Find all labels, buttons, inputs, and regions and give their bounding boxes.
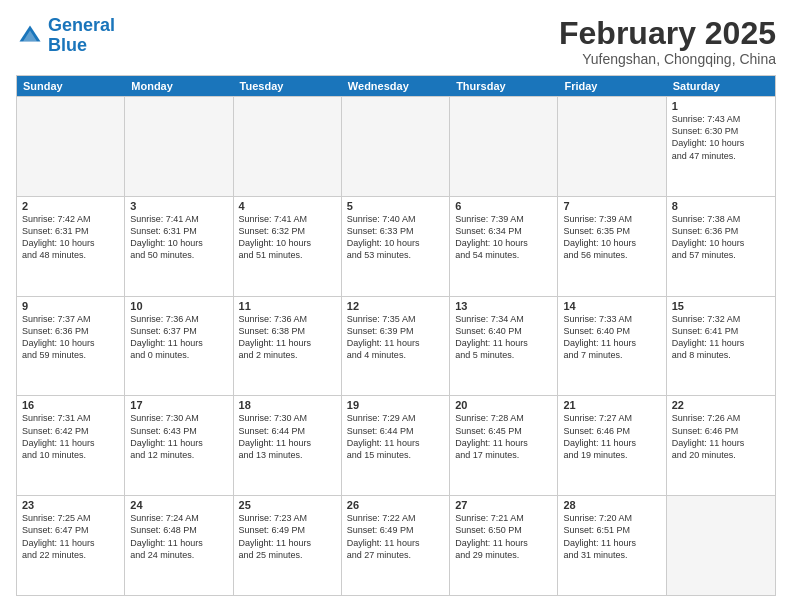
calendar-cell: 19Sunrise: 7:29 AM Sunset: 6:44 PM Dayli… <box>342 396 450 495</box>
calendar-cell: 15Sunrise: 7:32 AM Sunset: 6:41 PM Dayli… <box>667 297 775 396</box>
day-number: 20 <box>455 399 552 411</box>
day-number: 12 <box>347 300 444 312</box>
cell-info: Sunrise: 7:33 AM Sunset: 6:40 PM Dayligh… <box>563 313 660 362</box>
cell-info: Sunrise: 7:20 AM Sunset: 6:51 PM Dayligh… <box>563 512 660 561</box>
calendar-cell: 28Sunrise: 7:20 AM Sunset: 6:51 PM Dayli… <box>558 496 666 595</box>
day-number: 7 <box>563 200 660 212</box>
calendar-cell <box>450 97 558 196</box>
calendar-cell <box>558 97 666 196</box>
calendar-cell: 2Sunrise: 7:42 AM Sunset: 6:31 PM Daylig… <box>17 197 125 296</box>
calendar-row-3: 16Sunrise: 7:31 AM Sunset: 6:42 PM Dayli… <box>17 395 775 495</box>
calendar-cell: 8Sunrise: 7:38 AM Sunset: 6:36 PM Daylig… <box>667 197 775 296</box>
calendar-cell: 26Sunrise: 7:22 AM Sunset: 6:49 PM Dayli… <box>342 496 450 595</box>
calendar-row-1: 2Sunrise: 7:42 AM Sunset: 6:31 PM Daylig… <box>17 196 775 296</box>
cell-info: Sunrise: 7:43 AM Sunset: 6:30 PM Dayligh… <box>672 113 770 162</box>
calendar-cell: 9Sunrise: 7:37 AM Sunset: 6:36 PM Daylig… <box>17 297 125 396</box>
weekday-sunday: Sunday <box>17 76 125 96</box>
cell-info: Sunrise: 7:38 AM Sunset: 6:36 PM Dayligh… <box>672 213 770 262</box>
cell-info: Sunrise: 7:41 AM Sunset: 6:31 PM Dayligh… <box>130 213 227 262</box>
weekday-saturday: Saturday <box>667 76 775 96</box>
day-number: 21 <box>563 399 660 411</box>
day-number: 17 <box>130 399 227 411</box>
calendar-cell: 14Sunrise: 7:33 AM Sunset: 6:40 PM Dayli… <box>558 297 666 396</box>
calendar-cell: 3Sunrise: 7:41 AM Sunset: 6:31 PM Daylig… <box>125 197 233 296</box>
calendar-cell <box>667 496 775 595</box>
day-number: 23 <box>22 499 119 511</box>
cell-info: Sunrise: 7:39 AM Sunset: 6:35 PM Dayligh… <box>563 213 660 262</box>
cell-info: Sunrise: 7:42 AM Sunset: 6:31 PM Dayligh… <box>22 213 119 262</box>
cell-info: Sunrise: 7:21 AM Sunset: 6:50 PM Dayligh… <box>455 512 552 561</box>
cell-info: Sunrise: 7:37 AM Sunset: 6:36 PM Dayligh… <box>22 313 119 362</box>
page: General Blue February 2025 Yufengshan, C… <box>0 0 792 612</box>
calendar: Sunday Monday Tuesday Wednesday Thursday… <box>16 75 776 596</box>
cell-info: Sunrise: 7:27 AM Sunset: 6:46 PM Dayligh… <box>563 412 660 461</box>
calendar-cell: 27Sunrise: 7:21 AM Sunset: 6:50 PM Dayli… <box>450 496 558 595</box>
day-number: 19 <box>347 399 444 411</box>
calendar-cell: 17Sunrise: 7:30 AM Sunset: 6:43 PM Dayli… <box>125 396 233 495</box>
calendar-cell <box>234 97 342 196</box>
day-number: 5 <box>347 200 444 212</box>
day-number: 13 <box>455 300 552 312</box>
day-number: 27 <box>455 499 552 511</box>
day-number: 9 <box>22 300 119 312</box>
cell-info: Sunrise: 7:34 AM Sunset: 6:40 PM Dayligh… <box>455 313 552 362</box>
calendar-cell: 20Sunrise: 7:28 AM Sunset: 6:45 PM Dayli… <box>450 396 558 495</box>
calendar-header: Sunday Monday Tuesday Wednesday Thursday… <box>17 76 775 96</box>
cell-info: Sunrise: 7:30 AM Sunset: 6:43 PM Dayligh… <box>130 412 227 461</box>
calendar-cell: 25Sunrise: 7:23 AM Sunset: 6:49 PM Dayli… <box>234 496 342 595</box>
calendar-row-0: 1Sunrise: 7:43 AM Sunset: 6:30 PM Daylig… <box>17 96 775 196</box>
calendar-cell <box>125 97 233 196</box>
calendar-cell: 22Sunrise: 7:26 AM Sunset: 6:46 PM Dayli… <box>667 396 775 495</box>
calendar-cell <box>17 97 125 196</box>
calendar-cell: 21Sunrise: 7:27 AM Sunset: 6:46 PM Dayli… <box>558 396 666 495</box>
title-block: February 2025 Yufengshan, Chongqing, Chi… <box>559 16 776 67</box>
day-number: 26 <box>347 499 444 511</box>
day-number: 16 <box>22 399 119 411</box>
day-number: 25 <box>239 499 336 511</box>
calendar-cell: 6Sunrise: 7:39 AM Sunset: 6:34 PM Daylig… <box>450 197 558 296</box>
day-number: 6 <box>455 200 552 212</box>
cell-info: Sunrise: 7:39 AM Sunset: 6:34 PM Dayligh… <box>455 213 552 262</box>
cell-info: Sunrise: 7:25 AM Sunset: 6:47 PM Dayligh… <box>22 512 119 561</box>
calendar-cell: 5Sunrise: 7:40 AM Sunset: 6:33 PM Daylig… <box>342 197 450 296</box>
calendar-cell: 16Sunrise: 7:31 AM Sunset: 6:42 PM Dayli… <box>17 396 125 495</box>
cell-info: Sunrise: 7:36 AM Sunset: 6:38 PM Dayligh… <box>239 313 336 362</box>
cell-info: Sunrise: 7:22 AM Sunset: 6:49 PM Dayligh… <box>347 512 444 561</box>
calendar-cell: 12Sunrise: 7:35 AM Sunset: 6:39 PM Dayli… <box>342 297 450 396</box>
day-number: 11 <box>239 300 336 312</box>
calendar-cell: 13Sunrise: 7:34 AM Sunset: 6:40 PM Dayli… <box>450 297 558 396</box>
cell-info: Sunrise: 7:35 AM Sunset: 6:39 PM Dayligh… <box>347 313 444 362</box>
cell-info: Sunrise: 7:28 AM Sunset: 6:45 PM Dayligh… <box>455 412 552 461</box>
day-number: 14 <box>563 300 660 312</box>
logo: General Blue <box>16 16 115 56</box>
day-number: 1 <box>672 100 770 112</box>
day-number: 24 <box>130 499 227 511</box>
calendar-row-2: 9Sunrise: 7:37 AM Sunset: 6:36 PM Daylig… <box>17 296 775 396</box>
calendar-cell: 4Sunrise: 7:41 AM Sunset: 6:32 PM Daylig… <box>234 197 342 296</box>
weekday-friday: Friday <box>558 76 666 96</box>
calendar-cell: 18Sunrise: 7:30 AM Sunset: 6:44 PM Dayli… <box>234 396 342 495</box>
logo-icon <box>16 22 44 50</box>
calendar-cell: 11Sunrise: 7:36 AM Sunset: 6:38 PM Dayli… <box>234 297 342 396</box>
day-number: 18 <box>239 399 336 411</box>
day-number: 28 <box>563 499 660 511</box>
weekday-wednesday: Wednesday <box>342 76 450 96</box>
day-number: 8 <box>672 200 770 212</box>
calendar-row-4: 23Sunrise: 7:25 AM Sunset: 6:47 PM Dayli… <box>17 495 775 595</box>
cell-info: Sunrise: 7:24 AM Sunset: 6:48 PM Dayligh… <box>130 512 227 561</box>
calendar-body: 1Sunrise: 7:43 AM Sunset: 6:30 PM Daylig… <box>17 96 775 595</box>
cell-info: Sunrise: 7:29 AM Sunset: 6:44 PM Dayligh… <box>347 412 444 461</box>
cell-info: Sunrise: 7:41 AM Sunset: 6:32 PM Dayligh… <box>239 213 336 262</box>
logo-text: General Blue <box>48 16 115 56</box>
day-number: 3 <box>130 200 227 212</box>
day-number: 22 <box>672 399 770 411</box>
calendar-cell: 10Sunrise: 7:36 AM Sunset: 6:37 PM Dayli… <box>125 297 233 396</box>
weekday-tuesday: Tuesday <box>234 76 342 96</box>
calendar-cell: 7Sunrise: 7:39 AM Sunset: 6:35 PM Daylig… <box>558 197 666 296</box>
cell-info: Sunrise: 7:31 AM Sunset: 6:42 PM Dayligh… <box>22 412 119 461</box>
cell-info: Sunrise: 7:26 AM Sunset: 6:46 PM Dayligh… <box>672 412 770 461</box>
header: General Blue February 2025 Yufengshan, C… <box>16 16 776 67</box>
location: Yufengshan, Chongqing, China <box>559 51 776 67</box>
day-number: 10 <box>130 300 227 312</box>
cell-info: Sunrise: 7:36 AM Sunset: 6:37 PM Dayligh… <box>130 313 227 362</box>
